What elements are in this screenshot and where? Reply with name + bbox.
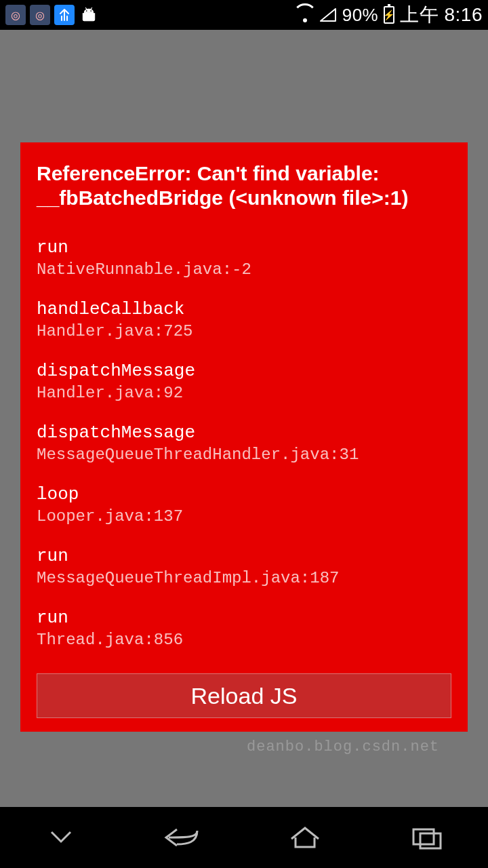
- status-bar-time: 上午 8:16: [400, 2, 483, 28]
- stack-frame-location: Handler.java:725: [37, 322, 451, 340]
- svg-rect-2: [413, 829, 434, 844]
- watermark-text: deanbo.blog.csdn.net: [247, 738, 439, 755]
- svg-rect-3: [420, 833, 441, 848]
- stack-frame-method: run: [37, 237, 451, 258]
- battery-charging-icon: ⚡: [384, 6, 394, 24]
- stack-frame-method: run: [37, 608, 451, 628]
- reload-js-button[interactable]: Reload JS: [37, 673, 451, 718]
- stack-frame-location: MessageQueueThreadImpl.java:187: [37, 569, 451, 587]
- stack-frame-location: Thread.java:856: [37, 631, 451, 649]
- stack-frame-location: Looper.java:137: [37, 507, 451, 526]
- stack-frame[interactable]: dispatchMessage Handler.java:92: [37, 361, 451, 402]
- back-button[interactable]: [156, 821, 210, 854]
- home-button[interactable]: [278, 821, 332, 854]
- svg-point-1: [90, 10, 92, 12]
- keyboard-hide-icon[interactable]: [34, 821, 88, 854]
- notification-app-icon-1: ◎: [5, 5, 26, 25]
- stack-frame-method: dispatchMessage: [37, 422, 451, 443]
- stack-frame-method: loop: [37, 484, 451, 505]
- stack-frame-method: handleCallback: [37, 299, 451, 319]
- navigation-bar: [0, 807, 488, 868]
- status-bar-right: 90% ⚡ 上午 8:16: [296, 2, 483, 28]
- recent-apps-button[interactable]: [400, 821, 454, 854]
- stack-frame[interactable]: run Thread.java:856: [37, 608, 451, 649]
- stack-frame[interactable]: run MessageQueueThreadImpl.java:187: [37, 546, 451, 587]
- status-bar-left: ◎ ◎: [5, 5, 99, 25]
- stack-frame[interactable]: dispatchMessage MessageQueueThreadHandle…: [37, 422, 451, 464]
- wifi-icon: [296, 7, 314, 22]
- battery-percentage: 90%: [342, 5, 379, 26]
- notification-app-icon-3: [54, 5, 75, 25]
- svg-point-0: [86, 10, 87, 12]
- stack-frame-location: NativeRunnable.java:-2: [37, 260, 451, 279]
- error-title: ReferenceError: Can't find variable: __f…: [37, 161, 451, 210]
- notification-android-icon: [79, 5, 99, 25]
- stack-trace: run NativeRunnable.java:-2 handleCallbac…: [37, 237, 451, 649]
- stack-frame-method: run: [37, 546, 451, 566]
- signal-icon: [319, 7, 337, 22]
- stack-frame[interactable]: loop Looper.java:137: [37, 484, 451, 526]
- stack-frame-method: dispatchMessage: [37, 361, 451, 381]
- stack-frame-location: Handler.java:92: [37, 384, 451, 402]
- stack-frame[interactable]: handleCallback Handler.java:725: [37, 299, 451, 340]
- reload-js-label: Reload JS: [191, 683, 298, 709]
- error-redbox: ReferenceError: Can't find variable: __f…: [20, 142, 468, 732]
- stack-frame[interactable]: run NativeRunnable.java:-2: [37, 237, 451, 279]
- status-bar: ◎ ◎ 90% ⚡ 上午 8:16: [0, 0, 488, 30]
- stack-frame-location: MessageQueueThreadHandler.java:31: [37, 446, 451, 464]
- notification-app-icon-2: ◎: [30, 5, 50, 25]
